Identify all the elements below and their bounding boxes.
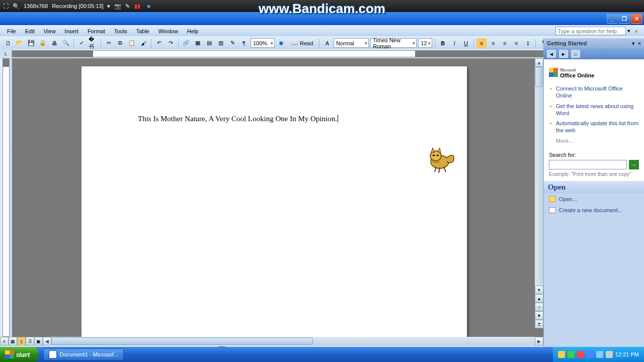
menu-tools[interactable]: Tools xyxy=(110,27,131,35)
save-icon[interactable]: 💾 xyxy=(26,38,36,48)
tray-icon-5[interactable] xyxy=(596,351,603,358)
excel-icon[interactable]: ▤ xyxy=(204,38,214,48)
tp-link-connect[interactable]: Connect to Microsoft Office Online xyxy=(549,83,639,101)
columns-icon[interactable]: ▥ xyxy=(216,38,226,48)
menu-window[interactable]: Window xyxy=(154,27,182,35)
create-doc-link[interactable]: Create a new document... xyxy=(544,205,644,216)
scroll-thumb[interactable] xyxy=(535,67,543,87)
menu-view[interactable]: View xyxy=(40,27,60,35)
drawing-icon[interactable]: ✎ xyxy=(227,38,237,48)
document-page[interactable]: This Is Mother Nature, A Very Cool Looki… xyxy=(82,66,467,337)
research-icon[interactable]: �书 xyxy=(88,38,98,48)
italic-icon[interactable]: I xyxy=(449,38,459,48)
permission-icon[interactable]: 🔒 xyxy=(38,38,48,48)
browse-prev-icon[interactable]: ▴ xyxy=(535,294,543,303)
bold-icon[interactable]: B xyxy=(438,38,448,48)
help-dropdown-icon[interactable]: ▾ xyxy=(626,28,632,34)
system-tray[interactable]: 12:21 PM xyxy=(553,347,644,362)
align-center-icon[interactable]: ≡ xyxy=(488,38,498,48)
menu-file[interactable]: File xyxy=(3,27,20,35)
view-web-icon[interactable]: ▦ xyxy=(9,337,17,345)
scroll-right-icon[interactable]: ▶ xyxy=(535,337,543,345)
maximize-button[interactable]: ❐ xyxy=(619,14,630,24)
cut-icon[interactable]: ✂ xyxy=(104,38,114,48)
nav-home-icon[interactable]: ⌂ xyxy=(571,50,580,58)
view-reading-icon[interactable]: ▣ xyxy=(34,337,43,345)
align-left-icon[interactable]: ≡ xyxy=(476,38,487,48)
page-viewport[interactable]: This Is Mother Nature, A Very Cool Looki… xyxy=(12,58,543,337)
open-file-link[interactable]: Open... xyxy=(544,194,644,205)
tray-icon-1[interactable] xyxy=(558,351,565,358)
view-outline-icon[interactable]: ☰ xyxy=(26,337,34,345)
justify-icon[interactable]: ≡ xyxy=(511,38,521,48)
dropdown-icon[interactable]: ▾ xyxy=(107,3,110,10)
read-button[interactable]: 📖Read xyxy=(288,38,316,48)
office-assistant-cat[interactable] xyxy=(424,147,459,174)
style-combo[interactable]: Normal xyxy=(334,38,369,48)
undo-icon[interactable]: ↶ xyxy=(154,38,164,48)
camera-icon[interactable]: 📷 xyxy=(114,3,121,10)
nav-back-icon[interactable]: ◄ xyxy=(547,50,556,58)
vertical-scrollbar[interactable]: ▲ ▼ ▴ ○ ▾ ± xyxy=(535,58,543,328)
hscroll-thumb[interactable] xyxy=(51,337,313,345)
browse-next-icon[interactable]: ▾ xyxy=(535,311,543,320)
search-go-button[interactable]: → xyxy=(629,160,639,169)
font-combo[interactable]: Times New Roman xyxy=(370,38,417,48)
pencil-icon[interactable]: ✎ xyxy=(125,3,130,10)
vertical-ruler[interactable] xyxy=(0,58,12,337)
scroll-left-icon[interactable]: ◀ xyxy=(43,337,51,345)
spell-icon[interactable]: ✓ xyxy=(76,38,87,48)
hyperlink-icon[interactable]: 🔗 xyxy=(181,38,191,48)
zoom-combo[interactable]: 100% xyxy=(251,38,275,48)
start-button[interactable]: start xyxy=(0,347,38,362)
nav-forward-icon[interactable]: ► xyxy=(559,50,568,58)
scroll-down-icon[interactable]: ▼ xyxy=(535,286,543,294)
paste-icon[interactable]: 📋 xyxy=(127,38,137,48)
view-normal-icon[interactable]: ≡ xyxy=(0,337,9,345)
tray-icon-4[interactable] xyxy=(587,351,594,358)
tray-icon-3[interactable] xyxy=(577,351,584,358)
document-text[interactable]: This Is Mother Nature, A Very Cool Looki… xyxy=(138,115,338,123)
format-painter-icon[interactable]: 🖌 xyxy=(138,38,148,48)
copy-icon[interactable]: ⧉ xyxy=(115,38,125,48)
tp-link-update[interactable]: Automatically update this list from the … xyxy=(549,118,639,136)
scroll-up-icon[interactable]: ▲ xyxy=(535,58,543,67)
tray-icon-6[interactable] xyxy=(606,351,613,358)
help-icon[interactable]: ◉ xyxy=(276,38,286,48)
menu-edit[interactable]: Edit xyxy=(21,27,39,35)
open-icon[interactable]: 📂 xyxy=(15,38,25,48)
styles-icon[interactable]: A xyxy=(322,38,332,48)
tp-link-more[interactable]: More... xyxy=(549,136,639,146)
taskpane-menu-icon[interactable]: ▾ xyxy=(632,40,635,47)
print-icon[interactable]: 🖶 xyxy=(49,38,59,48)
minimize-button[interactable]: _ xyxy=(607,14,618,24)
menu-format[interactable]: Format xyxy=(84,27,109,35)
taskpane-search-input[interactable] xyxy=(549,160,627,169)
ruler-anchor[interactable]: L xyxy=(0,49,12,58)
record-icon[interactable]: ▮▮ xyxy=(134,3,141,10)
menu-help[interactable]: Help xyxy=(183,27,203,35)
horizontal-scrollbar[interactable]: ◀ ▶ xyxy=(43,337,543,345)
size-combo[interactable]: 12 xyxy=(418,38,432,48)
browse-object-icon[interactable]: ○ xyxy=(535,303,543,311)
underline-icon[interactable]: U xyxy=(461,38,471,48)
tp-link-news[interactable]: Get the latest news about using Word xyxy=(549,101,639,119)
menu-close-icon[interactable]: × xyxy=(632,28,641,34)
stop-icon[interactable]: ■ xyxy=(145,3,152,10)
taskpane-close-icon[interactable]: × xyxy=(638,40,641,47)
menu-insert[interactable]: Insert xyxy=(60,27,83,35)
table-icon[interactable]: ▦ xyxy=(193,38,203,48)
tray-clock[interactable]: 12:21 PM xyxy=(615,351,639,357)
close-button[interactable]: ✕ xyxy=(631,14,642,24)
view-print-icon[interactable]: ▯ xyxy=(17,337,26,345)
help-search-input[interactable] xyxy=(555,27,626,35)
line-spacing-icon[interactable]: ‡ xyxy=(523,38,533,48)
new-icon[interactable]: 🗋 xyxy=(3,38,13,48)
menu-table[interactable]: Table xyxy=(132,27,153,35)
tray-icon-2[interactable] xyxy=(568,351,575,358)
taskbar-word-button[interactable]: Document1 - Microsof... xyxy=(43,348,124,360)
align-right-icon[interactable]: ≡ xyxy=(500,38,510,48)
docmap-icon[interactable]: ¶ xyxy=(239,38,249,48)
redo-icon[interactable]: ↷ xyxy=(166,38,176,48)
preview-icon[interactable]: 🔍 xyxy=(61,38,71,48)
